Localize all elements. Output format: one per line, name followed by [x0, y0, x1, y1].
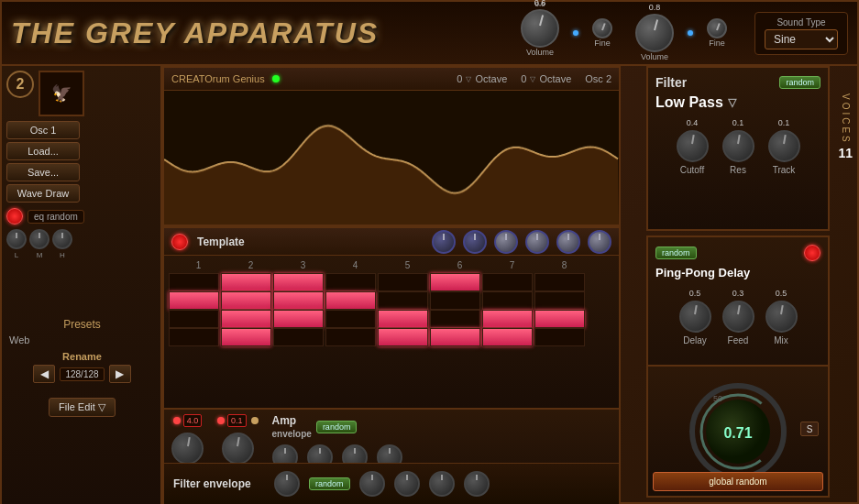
smooth-indicator: 0.1	[217, 414, 259, 427]
step-cell-4-5[interactable]	[378, 328, 428, 346]
eq-on-button[interactable]	[6, 208, 23, 225]
step-num-6: 6	[435, 260, 485, 270]
fine1-knob[interactable]	[592, 18, 612, 38]
step-cell-1-6[interactable]	[430, 273, 480, 291]
step-sequencer: 1 2 3 4 5 6 7 8	[164, 256, 619, 351]
step-cell-3-5[interactable]	[378, 310, 428, 328]
master-knob-svg[interactable]: 0 100 50 0.71	[688, 381, 788, 482]
step-cell-4-6[interactable]	[430, 328, 480, 346]
step-cell-3-2[interactable]	[221, 310, 271, 328]
filter-type-arrow[interactable]: ▽	[728, 96, 736, 109]
step-cell-4-3[interactable]	[273, 328, 324, 346]
filter-env-random-button[interactable]: random	[309, 477, 350, 490]
fine2-knob[interactable]	[707, 18, 727, 38]
fine1-label: Fine	[594, 38, 611, 48]
octave1-arrow[interactable]: ▽	[466, 75, 471, 83]
temp-knob[interactable]	[171, 433, 204, 465]
mix-knob[interactable]	[765, 301, 798, 333]
step-cell-1-3[interactable]	[273, 273, 324, 291]
step-cell-4-2[interactable]	[221, 328, 271, 346]
eq-l-knob[interactable]	[6, 229, 27, 249]
smooth-led	[217, 417, 225, 424]
seq-knob-2[interactable]	[463, 230, 487, 254]
step-cell-3-1[interactable]	[169, 310, 219, 328]
res-group: 0.1 Res	[722, 118, 754, 175]
next-preset-button[interactable]: ▶	[109, 365, 131, 383]
volume2-knob[interactable]	[635, 14, 674, 52]
amp-random-button[interactable]: random	[316, 421, 358, 433]
osc2-volume-group: 0.8 Volume	[635, 5, 674, 61]
seq-on-button[interactable]	[171, 234, 188, 250]
fenv-knob-4[interactable]	[429, 471, 455, 497]
res-knob[interactable]	[722, 130, 754, 162]
eq-h-knob[interactable]	[52, 229, 72, 249]
step-cell-1-7[interactable]	[482, 273, 533, 291]
volume1-knob[interactable]	[521, 9, 559, 48]
smooth-knob[interactable]	[222, 433, 254, 465]
step-cell-2-8[interactable]	[534, 291, 585, 310]
fenv-knob-1[interactable]	[274, 471, 300, 497]
eq-m-group: M	[29, 229, 50, 259]
step-cell-2-4[interactable]	[325, 291, 376, 310]
step-cell-3-7[interactable]	[482, 310, 533, 328]
load-button[interactable]: Load...	[6, 142, 80, 160]
temp-indicator: 4.0	[173, 414, 203, 427]
sound-type-select[interactable]: Sine Square Sawtooth Triangle	[765, 29, 838, 49]
seq-knob-3[interactable]	[494, 230, 518, 254]
step-cell-2-6[interactable]	[430, 291, 480, 310]
step-cell-2-1[interactable]	[169, 291, 219, 310]
fenv-knob-2[interactable]	[359, 471, 385, 497]
creator-bar: CREATOrum Genius 0 ▽ Octave 0 ▽ Octave O…	[164, 68, 619, 91]
octave1-ctrl: 0 ▽ Octave	[457, 73, 507, 84]
fenv-knob-5[interactable]	[464, 471, 490, 497]
s-button[interactable]: S	[800, 422, 819, 436]
seq-knob-5[interactable]	[556, 230, 580, 254]
seq-knob-6[interactable]	[588, 230, 611, 254]
fenv-knob-3[interactable]	[394, 471, 420, 497]
step-cell-2-3[interactable]	[273, 291, 324, 310]
filter-random-button[interactable]: random	[779, 76, 820, 89]
preset-web[interactable]: Web	[6, 334, 158, 346]
save-button[interactable]: Save...	[6, 163, 80, 181]
step-cell-4-7[interactable]	[482, 328, 533, 346]
step-cell-2-7[interactable]	[482, 291, 533, 310]
track-knob[interactable]	[768, 130, 800, 162]
step-cell-1-5[interactable]	[378, 273, 428, 291]
step-cell-4-4[interactable]	[325, 328, 376, 346]
octave2-arrow[interactable]: ▽	[530, 75, 535, 83]
effects-on-button[interactable]	[804, 245, 820, 261]
osc1-button[interactable]: Osc 1	[6, 121, 80, 139]
cutoff-knob[interactable]	[677, 130, 709, 162]
step-cell-3-6[interactable]	[430, 310, 480, 328]
file-edit-button[interactable]: File Edit ▽	[49, 398, 116, 417]
seq-knob-1[interactable]	[432, 230, 456, 254]
track-label: Track	[773, 165, 796, 175]
volume1-label: Volume	[526, 48, 554, 57]
step-cell-2-5[interactable]	[378, 291, 428, 310]
res-val: 0.1	[732, 118, 744, 127]
step-cell-4-8[interactable]	[534, 328, 585, 346]
step-cell-3-3[interactable]	[273, 310, 324, 328]
eq-m-knob[interactable]	[29, 229, 50, 249]
global-random-button[interactable]: global random	[653, 472, 823, 491]
step-cell-1-2[interactable]	[221, 273, 271, 291]
prev-preset-button[interactable]: ◀	[33, 365, 55, 383]
master-section: 0 100 50 0.71 S global random	[646, 365, 830, 498]
step-cell-4-1[interactable]	[169, 328, 219, 346]
feed-knob[interactable]	[722, 301, 754, 333]
mix-val: 0.5	[776, 289, 787, 298]
step-cell-1-4[interactable]	[325, 273, 376, 291]
step-cell-3-8[interactable]	[534, 310, 585, 328]
seq-knob-4[interactable]	[525, 230, 549, 254]
step-cell-1-8[interactable]	[534, 273, 585, 291]
voices-label: VOICES 11	[838, 93, 853, 160]
cutoff-label: Cutoff	[680, 165, 705, 175]
effects-random-button[interactable]: random	[655, 247, 697, 259]
octave2-val: 0	[521, 73, 526, 84]
step-cell-1-1[interactable]	[169, 273, 219, 291]
step-cell-3-4[interactable]	[325, 310, 376, 328]
delay-knob[interactable]	[679, 301, 711, 333]
wavedraw-button[interactable]: Wave Draw	[6, 184, 80, 203]
filter-envelope-bar: Filter envelope random	[164, 463, 619, 504]
step-cell-2-2[interactable]	[221, 291, 271, 310]
